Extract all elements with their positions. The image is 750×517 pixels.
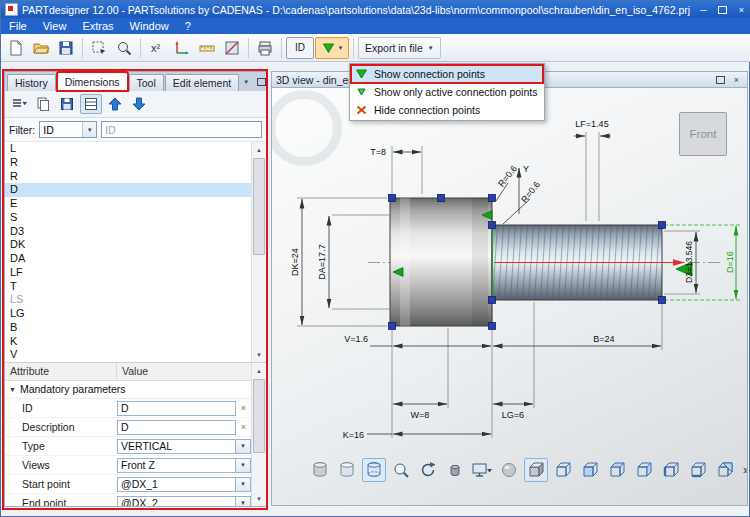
sphere-icon: [499, 460, 519, 480]
list-item[interactable]: R: [5, 156, 251, 170]
menu-item-show-connection-points[interactable]: Show connection points: [351, 65, 543, 83]
filter-column-select[interactable]: ID ▼: [39, 121, 97, 138]
panel-float-button[interactable]: [255, 76, 267, 88]
cube-back-view-button[interactable]: [713, 458, 737, 482]
group-mandatory-parameters[interactable]: ▼ Mandatory parameters: [5, 381, 266, 399]
cube-bottom-view-button[interactable]: [686, 458, 710, 482]
list-item[interactable]: LG: [5, 307, 251, 321]
coordinate-axes-button[interactable]: [170, 36, 194, 60]
cube-top-view-button[interactable]: [605, 458, 629, 482]
property-value-field[interactable]: VERTICAL: [117, 439, 236, 454]
list-item[interactable]: V: [5, 348, 251, 362]
list-item[interactable]: S: [5, 211, 251, 225]
menu-item-hide-connection-points[interactable]: Hide connection points: [351, 101, 543, 119]
print-button[interactable]: [253, 36, 277, 60]
viewer-float-button[interactable]: [714, 73, 727, 86]
zoom-view-button[interactable]: [389, 458, 413, 482]
zoom-window-button[interactable]: [112, 36, 136, 60]
property-grid-header: Attribute Value: [5, 363, 266, 381]
property-value-field[interactable]: Front Z: [117, 458, 236, 473]
scroll-up-icon[interactable]: ▲: [252, 363, 266, 378]
screenshot-button[interactable]: [470, 458, 494, 482]
sphere-render-button[interactable]: [497, 458, 521, 482]
chevron-down-icon[interactable]: ▼: [236, 496, 251, 507]
dimension-button[interactable]: [195, 36, 219, 60]
cube-wire-view-button[interactable]: [551, 458, 575, 482]
property-value-field[interactable]: @DX_1: [117, 477, 236, 492]
tab-edit-element[interactable]: Edit element: [165, 74, 239, 91]
connection-points-button[interactable]: ▼: [315, 37, 349, 59]
menu-item-extras[interactable]: Extras: [74, 18, 121, 34]
save-button[interactable]: [54, 36, 78, 60]
list-item[interactable]: E: [5, 197, 251, 211]
scroll-down-icon[interactable]: ▼: [252, 491, 266, 506]
list-item[interactable]: T: [5, 280, 251, 294]
viewport-3d[interactable]: T=8 LF=1.45 Y R=0.6 R=0.6 DK=24 DA=17.7 …: [271, 88, 748, 506]
filter-input[interactable]: [101, 121, 262, 138]
list-item[interactable]: K: [5, 335, 251, 349]
property-value-field[interactable]: D: [117, 420, 236, 435]
front-view-button[interactable]: Front: [679, 112, 727, 156]
copy-button[interactable]: [32, 94, 54, 114]
cube-right-view-button[interactable]: [632, 458, 656, 482]
superscript-button[interactable]: x²: [145, 36, 169, 60]
scroll-down-icon[interactable]: ▼: [252, 347, 266, 362]
id-display-button[interactable]: ID: [286, 37, 314, 59]
property-value-field[interactable]: D: [117, 401, 236, 416]
export-in-file-button[interactable]: Export in file ▼: [358, 37, 441, 59]
menu-item-view[interactable]: View: [35, 18, 75, 34]
shading-mode-button[interactable]: [443, 458, 467, 482]
cube-front-view-button[interactable]: [578, 458, 602, 482]
menu-item-show-only-active-connection-points[interactable]: Show only active connection points: [351, 83, 543, 101]
list-item[interactable]: DA: [5, 252, 251, 266]
list-item[interactable]: LF: [5, 266, 251, 280]
menu-item-help[interactable]: ?: [177, 18, 199, 34]
scrollbar-thumb[interactable]: [253, 158, 265, 255]
maximize-button[interactable]: [713, 2, 732, 17]
list-item[interactable]: R: [5, 170, 251, 184]
cube-shaded-view-button[interactable]: [524, 458, 548, 482]
tab-tool[interactable]: Tool: [129, 74, 164, 91]
list-item[interactable]: D3: [5, 225, 251, 239]
chevron-down-icon[interactable]: ▼: [236, 477, 251, 492]
chevron-down-icon[interactable]: ▼: [236, 439, 251, 454]
cylinder-solid-view-button[interactable]: [308, 458, 332, 482]
more-tools-button[interactable]: »: [743, 463, 748, 477]
tab-history[interactable]: History: [7, 74, 56, 91]
new-document-button[interactable]: [4, 36, 28, 60]
chevron-down-icon[interactable]: ▼: [236, 458, 251, 473]
list-item[interactable]: DK: [5, 238, 251, 252]
clear-icon[interactable]: ×: [236, 401, 251, 416]
menu-item-file[interactable]: File: [1, 18, 35, 34]
list-item[interactable]: B: [5, 321, 251, 335]
technical-drawing[interactable]: T=8 LF=1.45 Y R=0.6 R=0.6 DK=24 DA=17.7 …: [272, 88, 748, 506]
save-list-button[interactable]: [56, 94, 78, 114]
tab-dimensions[interactable]: Dimensions: [57, 72, 128, 91]
scrollbar-thumb[interactable]: [253, 379, 265, 453]
menu-item-window[interactable]: Window: [122, 18, 177, 34]
filter-selected-value: ID: [43, 124, 54, 136]
select-button[interactable]: [87, 36, 111, 60]
close-button[interactable]: ×: [732, 2, 750, 17]
section-button[interactable]: [220, 36, 244, 60]
rotate-view-button[interactable]: [416, 458, 440, 482]
minimize-button[interactable]: ─: [694, 2, 713, 17]
table-view-button[interactable]: [80, 94, 102, 114]
property-grid-scrollbar[interactable]: ▲ ▼: [251, 363, 266, 506]
move-up-button[interactable]: [104, 94, 126, 114]
list-menu-button[interactable]: [8, 94, 30, 114]
list-item-selected[interactable]: D: [5, 183, 251, 197]
open-button[interactable]: [29, 36, 53, 60]
scroll-up-icon[interactable]: ▲: [252, 142, 266, 157]
clear-icon[interactable]: ×: [236, 420, 251, 435]
cube-left-view-button[interactable]: [659, 458, 683, 482]
panel-menu-button[interactable]: ▼: [240, 76, 252, 88]
list-item-disabled[interactable]: LS: [5, 293, 251, 307]
cylinder-wire-view-button[interactable]: [362, 458, 386, 482]
cylinder-top-view-button[interactable]: [335, 458, 359, 482]
move-down-button[interactable]: [128, 94, 150, 114]
viewer-close-button[interactable]: ×: [730, 73, 743, 86]
list-item[interactable]: L: [5, 142, 251, 156]
property-value-field[interactable]: @DX_2: [117, 496, 236, 507]
list-scrollbar[interactable]: ▲ ▼: [251, 142, 266, 362]
